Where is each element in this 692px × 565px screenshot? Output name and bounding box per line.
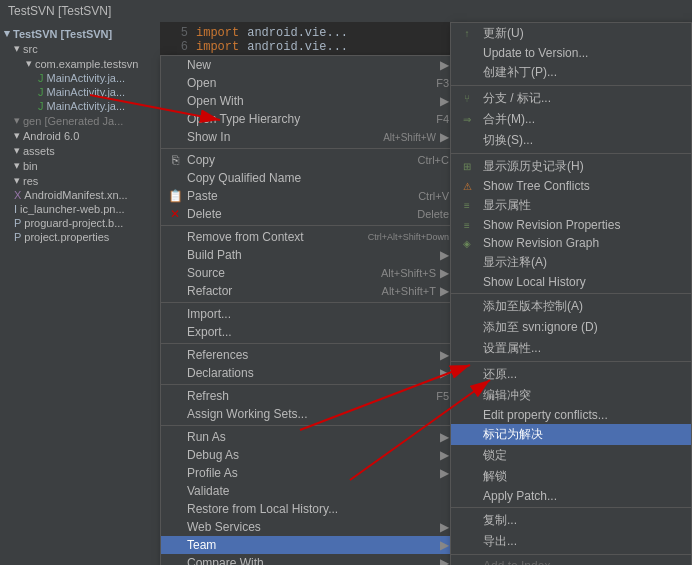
svn-unlock[interactable]: 解锁 (451, 466, 691, 487)
branch-icon: ⑂ (459, 91, 475, 107)
svn-show-history[interactable]: ⊞ 显示源历史记录(H) (451, 156, 691, 177)
svn-revert[interactable]: 还原... (451, 364, 691, 385)
svn-lock[interactable]: 锁定 (451, 445, 691, 466)
menu-open[interactable]: Open F3 (161, 74, 469, 92)
svn-create-patch[interactable]: 创建补丁(P)... (451, 62, 691, 83)
paste-icon: 📋 (167, 188, 183, 204)
import-icon (167, 306, 183, 322)
tree-bin-label: bin (23, 160, 38, 172)
svn-sep4 (451, 361, 691, 362)
refresh-icon (167, 388, 183, 404)
menu-remove-context[interactable]: Remove from Context Ctrl+Alt+Shift+Down (161, 228, 469, 246)
tree-project-props-label: project.properties (24, 231, 109, 243)
title-text: TestSVN [TestSVN] (8, 4, 111, 18)
menu-validate[interactable]: Validate (161, 482, 469, 500)
svn-annotate[interactable]: 显示注释(A) (451, 252, 691, 273)
tree-bin[interactable]: ▾bin (0, 158, 160, 173)
svn-sep2 (451, 153, 691, 154)
svn-add-ignore[interactable]: 添加至 svn:ignore (D) (451, 317, 691, 338)
menu-assign-working-sets[interactable]: Assign Working Sets... (161, 405, 469, 423)
menu-run-as[interactable]: Run As ▶ (161, 428, 469, 446)
svn-sep3 (451, 293, 691, 294)
code-line-5: 5 import android.vie... (168, 26, 442, 40)
menu-copy[interactable]: ⎘ Copy Ctrl+C (161, 151, 469, 169)
history-icon: ⊞ (459, 159, 475, 175)
svn-show-revision-props[interactable]: ≡ Show Revision Properties (451, 216, 691, 234)
tree-mainactivity1-label: MainActivity.ja... (47, 72, 126, 84)
code-line-6: 6 import android.vie... (168, 40, 442, 54)
svn-merge[interactable]: ⇒ 合并(M)... (451, 109, 691, 130)
svn-apply-patch[interactable]: Apply Patch... (451, 487, 691, 505)
svn-update-version[interactable]: Update to Version... (451, 44, 691, 62)
revision-props-icon: ≡ (459, 217, 475, 233)
menu-import[interactable]: Import... (161, 305, 469, 323)
svn-mark-resolved[interactable]: 标记为解决 (451, 424, 691, 445)
svn-set-props[interactable]: 设置属性... (451, 338, 691, 359)
tree-assets[interactable]: ▾assets (0, 143, 160, 158)
svn-branch-tag[interactable]: ⑂ 分支 / 标记... (451, 88, 691, 109)
tree-android[interactable]: ▾Android 6.0 (0, 128, 160, 143)
svn-edit-property-conflicts[interactable]: Edit property conflicts... (451, 406, 691, 424)
menu-new[interactable]: New ▶ (161, 56, 469, 74)
menu-build-path[interactable]: Build Path ▶ (161, 246, 469, 264)
tree-root[interactable]: ▾TestSVN [TestSVN] (0, 26, 160, 41)
tree-manifest-label: AndroidManifest.xn... (24, 189, 127, 201)
menu-export[interactable]: Export... (161, 323, 469, 341)
svn-show-props[interactable]: ≡ 显示属性 (451, 195, 691, 216)
svn-sep1 (451, 85, 691, 86)
svn-local-history[interactable]: Show Local History (451, 273, 691, 291)
svn-export[interactable]: 导出... (451, 531, 691, 552)
menu-delete[interactable]: ✕ Delete Delete (161, 205, 469, 223)
menu-show-in[interactable]: Show In Alt+Shift+W ▶ (161, 128, 469, 146)
svn-sep6 (451, 554, 691, 555)
svn-show-revision-graph[interactable]: ◈ Show Revision Graph (451, 234, 691, 252)
update-icon: ↑ (459, 26, 475, 42)
svn-add-to-index[interactable]: Add to Index (451, 557, 691, 565)
menu-open-with[interactable]: Open With ▶ (161, 92, 469, 110)
tree-gen-label: gen [Generated Ja... (23, 115, 123, 127)
menu-sep1 (161, 148, 469, 149)
tree-ic-launcher[interactable]: Iic_launcher-web.pn... (0, 202, 160, 216)
svn-copy[interactable]: 复制... (451, 510, 691, 531)
conflicts-icon: ⚠ (459, 178, 475, 194)
menu-copy-qualified[interactable]: Copy Qualified Name (161, 169, 469, 187)
svn-update[interactable]: ↑ 更新(U) (451, 23, 691, 44)
tree-assets-label: assets (23, 145, 55, 157)
tree-package[interactable]: ▾com.example.testsvn (0, 56, 160, 71)
menu-debug-as[interactable]: Debug As ▶ (161, 446, 469, 464)
revision-graph-icon: ◈ (459, 235, 475, 251)
menu-restore-local-history[interactable]: Restore from Local History... (161, 500, 469, 518)
tree-manifest[interactable]: XAndroidManifest.xn... (0, 188, 160, 202)
tree-mainactivity3[interactable]: JMainActivity.ja... (0, 99, 160, 113)
menu-paste[interactable]: 📋 Paste Ctrl+V (161, 187, 469, 205)
menu-source[interactable]: Source Alt+Shift+S ▶ (161, 264, 469, 282)
tree-mainactivity2[interactable]: JMainActivity.ja... (0, 85, 160, 99)
tree-mainactivity1[interactable]: JMainActivity.ja... (0, 71, 160, 85)
project-tree: ▾TestSVN [TestSVN] ▾src ▾com.example.tes… (0, 22, 160, 565)
svn-add-version-control[interactable]: 添加至版本控制(A) (451, 296, 691, 317)
menu-open-type-hierarchy[interactable]: Open Type Hierarchy F4 (161, 110, 469, 128)
copy-icon: ⎘ (167, 152, 183, 168)
menu-sep2 (161, 225, 469, 226)
menu-profile-as[interactable]: Profile As ▶ (161, 464, 469, 482)
svn-edit-conflicts[interactable]: 编辑冲突 (451, 385, 691, 406)
menu-team[interactable]: Team ▶ (161, 536, 469, 554)
menu-refactor[interactable]: Refactor Alt+Shift+T ▶ (161, 282, 469, 300)
menu-web-services[interactable]: Web Services ▶ (161, 518, 469, 536)
menu-references[interactable]: References ▶ (161, 346, 469, 364)
tree-res[interactable]: ▾res (0, 173, 160, 188)
menu-compare-with[interactable]: Compare With ▶ (161, 554, 469, 565)
menu-sep5 (161, 384, 469, 385)
tree-project-props[interactable]: Pproject.properties (0, 230, 160, 244)
svn-switch[interactable]: 切换(S)... (451, 130, 691, 151)
tree-src[interactable]: ▾src (0, 41, 160, 56)
tree-proguard[interactable]: Pproguard-project.b... (0, 216, 160, 230)
menu-sep4 (161, 343, 469, 344)
context-menu: New ▶ Open F3 Open With ▶ Open Type Hier… (160, 55, 470, 565)
tree-gen[interactable]: ▾gen [Generated Ja... (0, 113, 160, 128)
menu-refresh[interactable]: Refresh F5 (161, 387, 469, 405)
menu-declarations[interactable]: Declarations ▶ (161, 364, 469, 382)
menu-sep3 (161, 302, 469, 303)
merge-icon: ⇒ (459, 112, 475, 128)
svn-show-conflicts[interactable]: ⚠ Show Tree Conflicts (451, 177, 691, 195)
